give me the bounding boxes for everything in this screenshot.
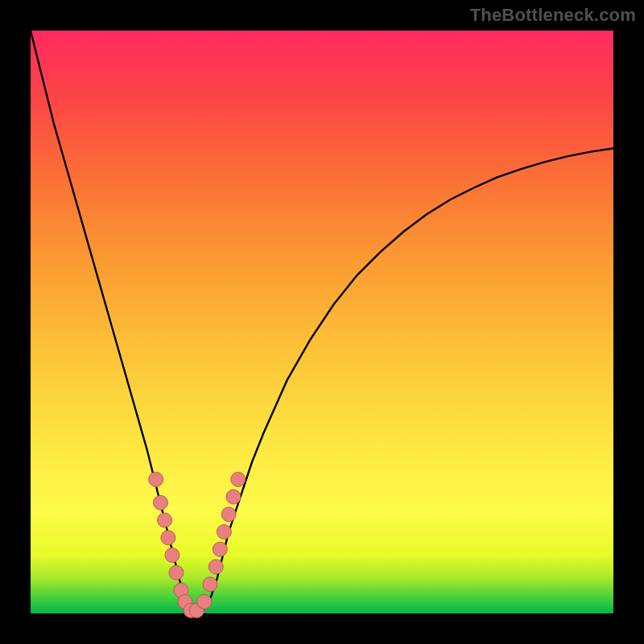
curve-layer xyxy=(31,31,613,613)
marker-group xyxy=(149,472,246,617)
marker-dot xyxy=(231,472,246,486)
marker-dot xyxy=(153,495,167,510)
marker-dot xyxy=(221,507,236,522)
chart-frame: TheBottleneck.com xyxy=(0,0,644,644)
watermark-text: TheBottleneck.com xyxy=(470,5,636,26)
bottleneck-curve xyxy=(31,31,613,613)
marker-dot xyxy=(165,548,180,563)
marker-dot xyxy=(169,565,184,580)
marker-dot xyxy=(161,530,175,545)
marker-dot xyxy=(203,577,217,592)
marker-dot xyxy=(149,472,163,486)
marker-dot xyxy=(226,489,241,504)
marker-dot xyxy=(217,525,231,539)
plot-area xyxy=(31,31,613,613)
marker-dot xyxy=(213,542,227,556)
marker-dot xyxy=(158,513,172,527)
marker-dot xyxy=(208,559,223,574)
marker-dot xyxy=(197,595,212,609)
